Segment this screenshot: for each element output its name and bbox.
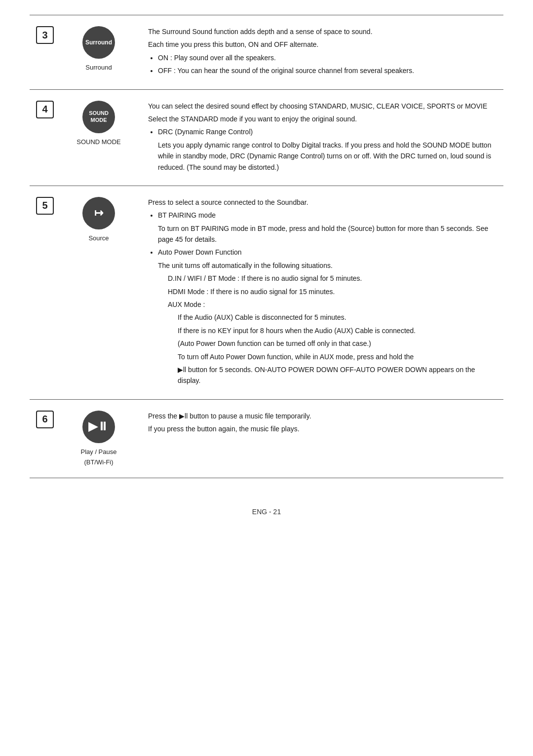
desc-text: Select the STANDARD mode if you want to … — [148, 113, 495, 124]
button-label-3: Surround — [64, 64, 133, 72]
desc-list-item: OFF : You can hear the sound of the orig… — [158, 65, 495, 76]
desc-list: Auto Power Down Function — [158, 247, 495, 258]
manual-table: 3SurroundSurroundThe Surround Sound func… — [30, 15, 503, 478]
desc-indent2: HDMI Mode : If there is no audio signal … — [168, 286, 495, 297]
button-label-6: Play / Pause — [64, 448, 133, 456]
desc-text: If you press the button again, the music… — [148, 423, 495, 434]
table-row: 5↦SourcePress to select a source connect… — [30, 186, 503, 399]
desc-indent1: The unit turns off automatically in the … — [158, 260, 495, 271]
row-number-3: 3 — [30, 15, 59, 90]
desc-list: BT PAIRING mode — [158, 210, 495, 221]
desc-list: DRC (Dynamic Range Control) — [158, 126, 495, 137]
desc-list-item: BT PAIRING mode — [158, 210, 495, 221]
icon-cell-3: SurroundSurround — [59, 15, 138, 90]
desc-indent2: D.IN / WIFI / BT Mode : If there is no a… — [168, 273, 495, 284]
num-badge-3: 3 — [36, 26, 54, 44]
desc-indent3: (Auto Power Down function can be turned … — [178, 338, 495, 349]
desc-text: The Surround Sound function adds depth a… — [148, 26, 495, 37]
button-icon-3: Surround — [82, 26, 115, 59]
page-wrapper: 3SurroundSurroundThe Surround Sound func… — [30, 0, 503, 545]
button-label2-6: (BT/Wi-Fi) — [64, 458, 133, 467]
desc-list-item: ON : Play sound over all the speakers. — [158, 52, 495, 63]
desc-list-item: DRC (Dynamic Range Control) — [158, 126, 495, 137]
num-badge-4: 4 — [36, 101, 54, 118]
desc-cell-4: You can select the desired sound effect … — [138, 89, 503, 186]
button-label-4: SOUND MODE — [64, 138, 133, 147]
play-pause-icon: ▶⏸ — [88, 419, 109, 434]
desc-text: Each time you press this button, ON and … — [148, 39, 495, 50]
button-icon-6: ▶⏸ — [82, 411, 115, 443]
desc-text: You can select the desired sound effect … — [148, 101, 495, 112]
row-number-6: 6 — [30, 399, 59, 478]
desc-cell-3: The Surround Sound function adds depth a… — [138, 15, 503, 90]
desc-indent3: If the Audio (AUX) Cable is disconnected… — [178, 312, 495, 323]
desc-list: ON : Play sound over all the speakers. — [158, 52, 495, 63]
page-number: ENG - 21 — [252, 508, 281, 516]
table-row: 6▶⏸Play / Pause(BT/Wi-Fi)Press the ▶ll b… — [30, 399, 503, 478]
desc-text: Press the ▶ll button to pause a music fi… — [148, 411, 495, 421]
table-row: 3SurroundSurroundThe Surround Sound func… — [30, 15, 503, 90]
table-row: 4SOUNDMODESOUND MODEYou can select the d… — [30, 89, 503, 186]
page-footer: ENG - 21 — [30, 508, 503, 516]
row-number-4: 4 — [30, 89, 59, 186]
desc-list-item: Auto Power Down Function — [158, 247, 495, 258]
num-badge-5: 5 — [36, 197, 54, 215]
icon-cell-4: SOUNDMODESOUND MODE — [59, 89, 138, 186]
desc-indent1: To turn on BT PAIRING mode in BT mode, p… — [158, 223, 495, 245]
desc-indent1: Lets you apply dynamic range control to … — [158, 140, 495, 173]
button-label-5: Source — [64, 234, 133, 243]
desc-indent3: If there is no KEY input for 8 hours whe… — [178, 325, 495, 336]
desc-cell-5: Press to select a source connected to th… — [138, 186, 503, 399]
desc-indent3: ▶ll button for 5 seconds. ON-AUTO POWER … — [178, 364, 495, 386]
button-icon-5: ↦ — [82, 197, 115, 229]
desc-indent2: AUX Mode : — [168, 299, 495, 310]
desc-list: OFF : You can hear the sound of the orig… — [158, 65, 495, 76]
icon-cell-6: ▶⏸Play / Pause(BT/Wi-Fi) — [59, 399, 138, 478]
num-badge-6: 6 — [36, 411, 54, 428]
icon-cell-5: ↦Source — [59, 186, 138, 399]
row-number-5: 5 — [30, 186, 59, 399]
button-icon-4: SOUNDMODE — [82, 101, 115, 133]
desc-indent3: To turn off Auto Power Down function, wh… — [178, 351, 495, 362]
desc-text: Press to select a source connected to th… — [148, 197, 495, 208]
source-icon: ↦ — [94, 207, 103, 220]
desc-cell-6: Press the ▶ll button to pause a music fi… — [138, 399, 503, 478]
